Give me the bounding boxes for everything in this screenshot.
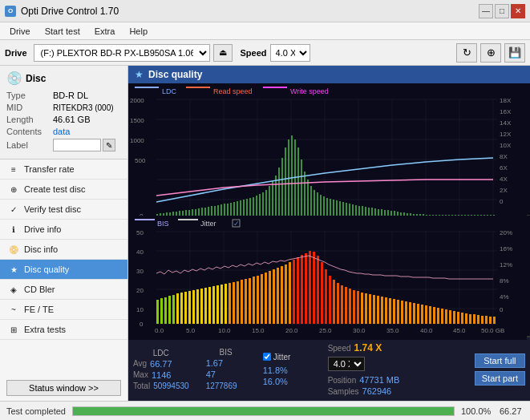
action-buttons: Start full Start part xyxy=(475,353,525,386)
nav-drive-info[interactable]: ℹ Drive info xyxy=(0,220,127,240)
bis-max: 47 xyxy=(206,370,216,379)
nav-create-test-disc[interactable]: ⊕ Create test disc xyxy=(0,180,127,200)
svg-rect-225 xyxy=(249,278,251,324)
save-button[interactable]: 💾 xyxy=(504,43,525,63)
samples-value: 762946 xyxy=(362,386,392,396)
disc-mid-value: RITEKDR3 (000) xyxy=(53,103,114,112)
bottom-chart-svg: BIS Jitter ✓ xyxy=(128,216,527,340)
svg-rect-273 xyxy=(441,309,443,324)
start-full-button[interactable]: Start full xyxy=(475,353,525,368)
disc-label-input[interactable] xyxy=(53,139,101,151)
disc-label-edit-button[interactable]: ✎ xyxy=(103,139,115,151)
refresh-button[interactable]: ↻ xyxy=(456,43,477,63)
svg-rect-211 xyxy=(192,290,195,324)
svg-rect-221 xyxy=(233,282,235,324)
eject-button[interactable]: ⏏ xyxy=(213,44,233,62)
nav-extra-tests[interactable]: ⊞ Extra tests xyxy=(0,320,127,340)
disc-quality-icon: ★ xyxy=(8,264,19,275)
svg-rect-202 xyxy=(156,300,159,324)
drive-select[interactable]: (F:) PLEXTOR BD-R PX-LB950SA 1.06 xyxy=(34,44,210,62)
nav-fe-te[interactable]: ~ FE / TE xyxy=(0,300,127,320)
svg-rect-270 xyxy=(429,306,431,324)
svg-rect-261 xyxy=(393,299,395,324)
start-part-button[interactable]: Start part xyxy=(475,371,525,386)
svg-rect-75 xyxy=(237,201,238,216)
nav-transfer-rate[interactable]: ≡ Transfer rate xyxy=(0,160,127,180)
svg-rect-281 xyxy=(473,314,475,324)
svg-rect-118 xyxy=(374,208,376,216)
svg-text:2X: 2X xyxy=(500,187,508,194)
svg-rect-89 xyxy=(281,158,283,216)
close-button[interactable]: ✕ xyxy=(511,4,525,18)
svg-rect-98 xyxy=(310,186,312,216)
nav-disc-info[interactable]: 📀 Disc info xyxy=(0,240,127,260)
speed-label: Speed xyxy=(241,48,267,58)
status-bar: Test completed 100.0% 66.27 xyxy=(0,401,530,420)
top-chart: LDC Read speed Write speed xyxy=(128,83,530,216)
progress-text: 100.0% xyxy=(461,406,493,416)
svg-rect-250 xyxy=(349,289,351,324)
nav-cd-bler[interactable]: ◈ CD Bler xyxy=(0,280,127,300)
svg-text:16%: 16% xyxy=(500,245,512,252)
svg-rect-220 xyxy=(229,283,231,324)
menu-start-test[interactable]: Start test xyxy=(38,26,87,37)
svg-rect-157 xyxy=(135,219,155,220)
svg-rect-106 xyxy=(336,200,338,216)
nav-disc-info-label: Disc info xyxy=(24,244,58,254)
svg-rect-230 xyxy=(269,271,271,324)
jitter-checkbox[interactable] xyxy=(263,353,271,361)
svg-rect-253 xyxy=(361,293,363,324)
menu-drive[interactable]: Drive xyxy=(3,26,37,37)
svg-rect-278 xyxy=(461,313,463,324)
svg-text:✓: ✓ xyxy=(233,220,240,228)
nav-disc-quality[interactable]: ★ Disc quality xyxy=(0,260,127,280)
svg-text:12%: 12% xyxy=(500,261,512,269)
position-label: Position xyxy=(328,376,357,385)
verify-test-disc-icon: ✓ xyxy=(8,204,19,215)
title-bar: O Opti Drive Control 1.70 — □ ✕ xyxy=(0,0,530,22)
svg-text:0: 0 xyxy=(140,321,144,328)
svg-rect-267 xyxy=(417,304,419,324)
svg-rect-237 xyxy=(297,257,299,324)
speed-select[interactable]: 4.0 X xyxy=(270,44,310,62)
transfer-rate-icon: ≡ xyxy=(8,164,19,175)
svg-rect-236 xyxy=(293,260,295,324)
svg-rect-63 xyxy=(198,208,200,216)
nav-create-test-disc-label: Create test disc xyxy=(24,184,85,194)
svg-rect-60 xyxy=(188,210,190,216)
svg-rect-217 xyxy=(216,285,219,324)
speed-result-select[interactable]: 4.0 X xyxy=(328,357,365,371)
menu-help[interactable]: Help xyxy=(123,26,154,37)
jitter-header: Jitter xyxy=(273,353,291,361)
svg-rect-259 xyxy=(385,297,387,324)
svg-rect-218 xyxy=(220,285,223,324)
svg-rect-239 xyxy=(305,253,307,324)
bis-avg: 1.67 xyxy=(206,358,223,368)
svg-rect-84 xyxy=(265,190,267,216)
disc-length-value: 46.61 GB xyxy=(53,115,90,124)
disc-info-panel: 💿 Disc Type BD-R DL MID RITEKDR3 (000) L… xyxy=(0,66,127,160)
svg-rect-224 xyxy=(245,279,247,324)
menu-extra[interactable]: Extra xyxy=(88,26,122,37)
progress-bar-container xyxy=(72,406,455,416)
svg-rect-203 xyxy=(160,298,163,324)
minimize-button[interactable]: — xyxy=(479,4,493,18)
svg-text:40: 40 xyxy=(136,248,144,256)
add-button[interactable]: ⊕ xyxy=(480,43,501,63)
disc-contents-value: data xyxy=(53,127,70,136)
disc-type-label: Type xyxy=(6,91,53,100)
top-chart-svg: LDC Read speed Write speed xyxy=(128,83,527,232)
drive-toolbar: Drive (F:) PLEXTOR BD-R PX-LB950SA 1.06 … xyxy=(0,40,530,66)
nav-verify-test-disc[interactable]: ✓ Verify test disc xyxy=(0,200,127,220)
svg-rect-79 xyxy=(249,198,251,216)
svg-text:25.0: 25.0 xyxy=(319,327,332,334)
maximize-button[interactable]: □ xyxy=(495,4,509,18)
svg-rect-265 xyxy=(409,302,411,324)
svg-rect-73 xyxy=(230,203,232,216)
disc-label-label: Label xyxy=(6,140,53,150)
svg-rect-227 xyxy=(257,276,259,324)
svg-rect-113 xyxy=(358,206,360,216)
disc-mid-label: MID xyxy=(6,103,53,112)
svg-rect-286 xyxy=(493,317,496,324)
status-window-button[interactable]: Status window >> xyxy=(6,380,121,396)
